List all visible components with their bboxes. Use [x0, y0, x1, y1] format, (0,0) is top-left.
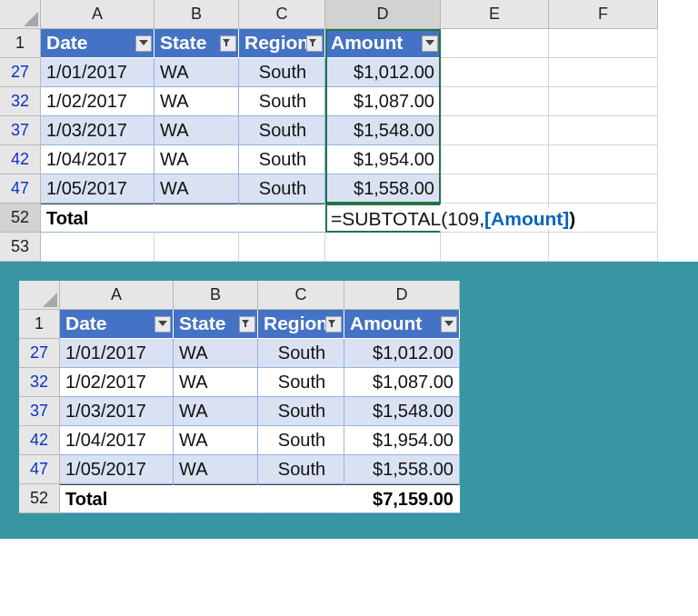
row-header-1[interactable]: 1: [0, 29, 41, 58]
total-blank[interactable]: [174, 484, 258, 513]
cell-amount[interactable]: $1,558.00: [325, 174, 441, 204]
filter-button-state[interactable]: [220, 35, 236, 52]
cell-date[interactable]: 1/03/2017: [41, 116, 155, 145]
cell-amount[interactable]: $1,548.00: [325, 116, 441, 145]
cell-blank[interactable]: [325, 233, 441, 262]
cell-blank[interactable]: [155, 233, 239, 262]
cell-region[interactable]: South: [239, 87, 325, 116]
total-value-cell[interactable]: $7,159.00: [344, 484, 460, 513]
cell-date[interactable]: 1/01/2017: [41, 58, 155, 87]
cell-region[interactable]: South: [258, 397, 344, 426]
filter-button-region[interactable]: [306, 35, 323, 52]
cell-amount[interactable]: $1,558.00: [344, 455, 460, 484]
cell-state[interactable]: WA: [155, 174, 239, 204]
table-header-state[interactable]: State: [174, 310, 258, 339]
col-header-D[interactable]: D: [344, 281, 460, 310]
cell-blank[interactable]: [549, 145, 658, 174]
cell-state[interactable]: WA: [155, 145, 239, 174]
table-header-state[interactable]: State: [155, 29, 239, 58]
table-header-region[interactable]: Region: [239, 29, 325, 58]
col-header-A[interactable]: A: [60, 281, 174, 310]
row-header-1[interactable]: 1: [19, 310, 60, 339]
cell-amount[interactable]: $1,954.00: [344, 426, 460, 455]
row-header-53[interactable]: 53: [0, 233, 41, 262]
select-all-corner[interactable]: [0, 0, 41, 29]
cell-amount[interactable]: $1,548.00: [344, 397, 460, 426]
cell-blank[interactable]: [441, 174, 549, 204]
cell-date[interactable]: 1/04/2017: [41, 145, 155, 174]
table-header-date[interactable]: Date: [41, 29, 155, 58]
cell-region[interactable]: South: [239, 145, 325, 174]
filter-button-date[interactable]: [155, 316, 171, 333]
cell-blank[interactable]: [549, 58, 658, 87]
table-header-date[interactable]: Date: [60, 310, 174, 339]
cell-date[interactable]: 1/05/2017: [41, 174, 155, 204]
row-header[interactable]: 42: [19, 426, 60, 455]
cell-date[interactable]: 1/01/2017: [60, 339, 174, 368]
col-header-D[interactable]: D: [325, 0, 441, 29]
total-blank[interactable]: [258, 484, 344, 513]
filter-button-amount[interactable]: [422, 35, 438, 52]
cell-date[interactable]: 1/02/2017: [60, 368, 174, 397]
cell-state[interactable]: WA: [174, 455, 258, 484]
cell-region[interactable]: South: [239, 174, 325, 204]
col-header-B[interactable]: B: [155, 0, 239, 29]
table-header-amount[interactable]: Amount: [325, 29, 441, 58]
cell-state[interactable]: WA: [174, 397, 258, 426]
select-all-corner[interactable]: [19, 281, 60, 310]
cell-state[interactable]: WA: [174, 368, 258, 397]
cell-blank[interactable]: [441, 87, 549, 116]
cell-blank[interactable]: [549, 87, 658, 116]
cell-amount[interactable]: $1,012.00: [344, 339, 460, 368]
cell-region[interactable]: South: [239, 58, 325, 87]
cell-date[interactable]: 1/03/2017: [60, 397, 174, 426]
cell-state[interactable]: WA: [155, 87, 239, 116]
total-blank[interactable]: [155, 204, 239, 233]
cell-region[interactable]: South: [258, 368, 344, 397]
cell-date[interactable]: 1/02/2017: [41, 87, 155, 116]
cell-blank[interactable]: [549, 233, 658, 262]
col-header-F[interactable]: F: [549, 0, 658, 29]
filter-button-date[interactable]: [135, 35, 152, 52]
total-label-cell[interactable]: Total: [41, 204, 155, 233]
col-header-B[interactable]: B: [174, 281, 258, 310]
formula-cell-D52[interactable]: =SUBTOTAL(109,[Amount]): [325, 204, 441, 233]
cell-region[interactable]: South: [258, 339, 344, 368]
cell-E1[interactable]: [441, 29, 549, 58]
cell-blank[interactable]: [441, 145, 549, 174]
total-blank[interactable]: [239, 204, 325, 233]
cell-state[interactable]: WA: [174, 426, 258, 455]
row-header[interactable]: 32: [19, 368, 60, 397]
col-header-C[interactable]: C: [239, 0, 325, 29]
filter-button-region[interactable]: [325, 316, 342, 333]
cell-amount[interactable]: $1,087.00: [344, 368, 460, 397]
filter-button-amount[interactable]: [441, 316, 457, 333]
cell-blank[interactable]: [41, 233, 155, 262]
row-header[interactable]: 32: [0, 87, 41, 116]
cell-blank[interactable]: [441, 233, 549, 262]
row-header[interactable]: 27: [0, 58, 41, 87]
cell-amount[interactable]: $1,954.00: [325, 145, 441, 174]
col-header-A[interactable]: A: [41, 0, 155, 29]
cell-amount[interactable]: $1,012.00: [325, 58, 441, 87]
row-header-total[interactable]: 52: [19, 484, 60, 513]
cell-region[interactable]: South: [258, 455, 344, 484]
col-header-E[interactable]: E: [441, 0, 549, 29]
total-label-cell[interactable]: Total: [60, 484, 174, 513]
cell-date[interactable]: 1/05/2017: [60, 455, 174, 484]
cell-state[interactable]: WA: [174, 339, 258, 368]
cell-date[interactable]: 1/04/2017: [60, 426, 174, 455]
cell-amount[interactable]: $1,087.00: [325, 87, 441, 116]
cell-state[interactable]: WA: [155, 58, 239, 87]
row-header[interactable]: 27: [19, 339, 60, 368]
table-header-amount[interactable]: Amount: [344, 310, 460, 339]
cell-blank[interactable]: [549, 174, 658, 204]
cell-region[interactable]: South: [258, 426, 344, 455]
filter-button-state[interactable]: [239, 316, 255, 333]
row-header[interactable]: 42: [0, 145, 41, 174]
col-header-C[interactable]: C: [258, 281, 344, 310]
row-header-total[interactable]: 52: [0, 204, 41, 233]
cell-F1[interactable]: [549, 29, 658, 58]
cell-blank[interactable]: [441, 58, 549, 87]
row-header[interactable]: 37: [0, 116, 41, 145]
